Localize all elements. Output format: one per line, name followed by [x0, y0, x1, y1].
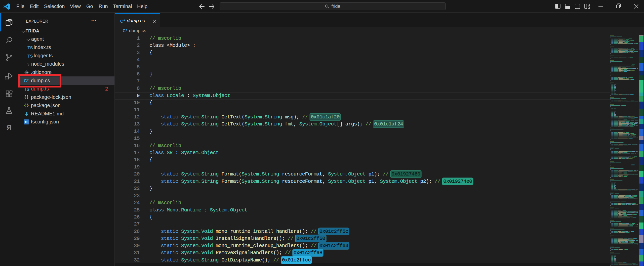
svg-text:TS: TS: [27, 46, 33, 50]
svg-text:TS: TS: [24, 87, 29, 92]
svg-text:#: #: [124, 19, 125, 22]
svg-text:C: C: [123, 29, 126, 33]
svg-text:TS: TS: [27, 54, 33, 59]
svg-text:#: #: [126, 29, 127, 31]
svg-text:C: C: [120, 19, 123, 24]
svg-text:TS: TS: [24, 120, 28, 124]
